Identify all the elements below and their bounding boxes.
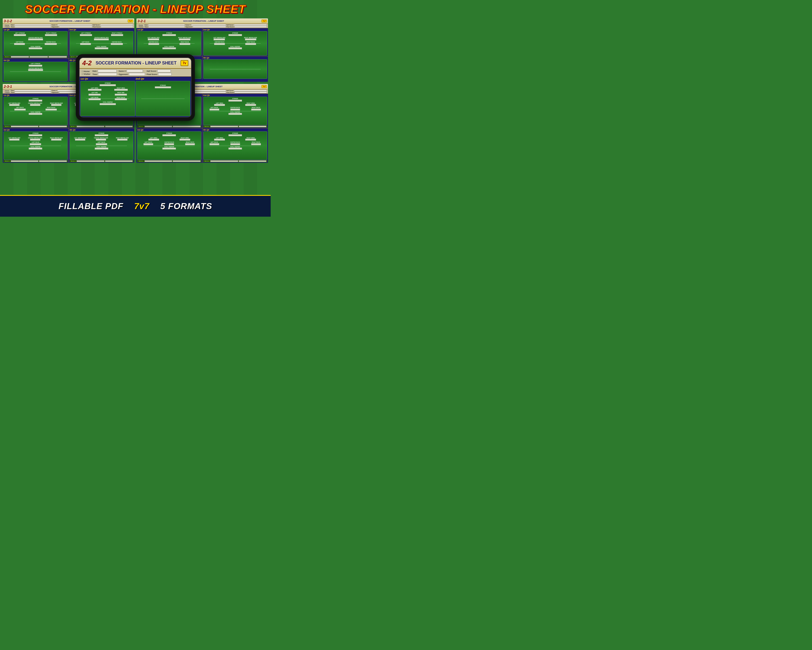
321-q4: 4th Qtr [203,57,268,80]
card-312-info: Home Visitor Date: Time: Game #: Opponen… [3,24,134,28]
card-321-info: Home Visitor Date: Time: Game #: Opponen… [136,24,268,28]
formation-231-label: 2-3-1 [4,84,12,89]
right-striker-input[interactable] [45,34,57,36]
card-42-title: SOCCER FORMATION - LINEUP SHEET [93,61,179,66]
home-cb-42[interactable]: □ Home [82,70,90,73]
center-back-input[interactable] [45,43,57,45]
left-back-input[interactable] [14,43,25,45]
main-title: SOCCER FORMATION - LINEUP SHEET [0,0,271,17]
field-312-q2: LEFT STRIKER RIGHT STRIKER CENTER MIDFIE… [70,31,134,55]
42-q2: 2nd Qtr STRIKER [136,78,190,116]
half-42[interactable] [157,70,171,72]
game-input[interactable] [57,24,92,26]
33-q2: 2nd Qtr STRIKER LEFT WING RIGHT WING LEF… [203,94,268,128]
231-q1: 1st Qtr STRIKER LEFT MIDFIELDER CENTER M… [3,94,69,128]
format-text: 7v7 [134,201,150,211]
visitor-cb-42[interactable]: □ Visitor [82,73,90,75]
visitor-checkbox[interactable]: Visitor [4,26,10,28]
field-312-q1: LEFT STRIKER RIGHT STRIKER CENTER MIDFIE… [3,31,68,55]
card-42-badge: 7v [180,60,188,66]
game-42[interactable] [127,70,143,72]
bench-312-q1: BENCH [3,56,68,58]
card-321-header: 3-2-1 SOCCER FORMATION – LINEUP SHEET 7v… [136,18,268,24]
321-q1: 1st Qtr STRIKER LEFT MIDFIELDER RIGHT MI… [136,28,202,56]
goalkeeper-input[interactable] [29,47,42,49]
visitor-cb-231[interactable]: Visitor [4,92,10,93]
card-33-badge: 7v7 [261,85,267,88]
date-42[interactable] [98,70,117,72]
formats-count-text: 5 FORMATS [160,201,212,211]
card-312-badge: 7v7 [128,20,133,23]
card-321-title: SOCCER FORMATION – LINEUP SHEET [147,20,261,22]
visitor-cb-321[interactable]: Visitor [137,26,143,28]
field-312-q3: LEFT STRIKER CENTER MIDFIELDER [3,62,68,81]
formation-42-label: 4-2 [82,59,92,67]
formation-321-label: 3-2-1 [137,19,146,23]
card-42-wrap: 4-2 SOCCER FORMATION - LINEUP SHEET 7v □… [76,54,195,121]
231-q3: 3rd Qtr STRIKER LEFT MIDFIELDER CENTER M… [3,128,69,163]
33-q3: 3rd Qtr STRIKER LEFT WING RIGHT WING LEF… [136,128,202,163]
quarter-1: 1st Qtr LEFT STRIKER RIGHT STRIKER CENTE… [3,28,69,58]
formation-312-label: 3-1-2 [4,19,12,23]
center-mid-input[interactable] [28,38,43,40]
card-321-badge: 7v7 [261,20,267,23]
321-q2: 2nd Qtr STRIKER LEFT MIDFIELDER RIGHT MI… [203,28,268,56]
final-42[interactable] [158,73,172,76]
time-input[interactable] [15,26,51,28]
date-input[interactable] [14,24,51,26]
left-striker-input[interactable] [14,34,26,36]
42-q1: 1st Qtr STRIKER LEFT WING RIGHT WING LEF… [80,78,135,116]
opponent-input[interactable] [59,26,92,28]
card-312-title: SOCCER FORMATION – LINEUP SHEET [13,20,127,22]
bottom-banner: FILLABLE PDF 7v7 5 FORMATS [0,195,271,217]
tablet-frame: 4-2 SOCCER FORMATION - LINEUP SHEET 7v □… [76,54,195,121]
tablet-inner: 4-2 SOCCER FORMATION - LINEUP SHEET 7v □… [79,57,192,118]
time-42[interactable] [98,73,117,76]
card-312-header: 3-1-2 SOCCER FORMATION – LINEUP SHEET 7v… [3,18,134,24]
fillable-text: FILLABLE PDF [58,201,124,211]
half-score-input[interactable] [100,24,133,26]
33-q4: 4th Qtr STRIKER LEFT WING RIGHT WING LEF… [203,128,268,163]
opp-42[interactable] [129,73,145,76]
231-q4: 4th Qtr STRIKER LEFT MIDFIELDER CENTER M… [69,128,134,163]
final-score-input[interactable] [101,26,133,28]
quarter-3: 3rd Qtr LEFT STRIKER CENTER MIDFIELDER [3,59,69,82]
